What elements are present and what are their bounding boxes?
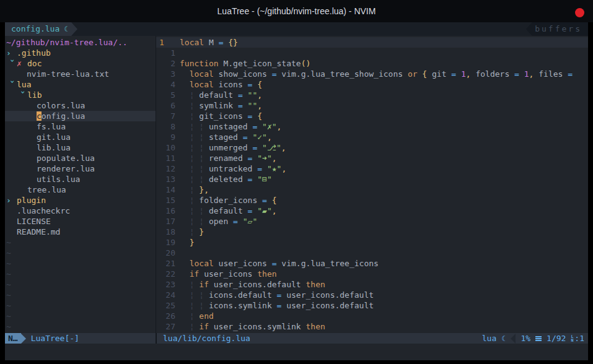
code-line[interactable]: 19 }	[156, 237, 588, 248]
chevron-down-icon[interactable]: ›	[7, 58, 18, 69]
code-line[interactable]: 17 ¦ ¦ open = "▱"	[156, 216, 588, 227]
tree-item-plugin[interactable]: ›plugin	[5, 195, 156, 206]
code-line[interactable]: 1local M = {}	[156, 37, 588, 48]
chevron-right-icon[interactable]: ›	[6, 195, 17, 206]
lua-logo-icon: ☾	[501, 334, 506, 343]
code-line[interactable]: 11 ¦ ¦ renamed = "➜",	[156, 153, 588, 163]
tree-item-lib-lua[interactable]: lib.lua	[5, 142, 156, 153]
code-line[interactable]: 23 ¦ if user_icons.default then	[156, 279, 588, 290]
code-line[interactable]: 16 ¦ ¦ default = "▰",	[156, 206, 588, 216]
buffers-tab[interactable]: buffers	[532, 22, 588, 36]
line-number: 9	[156, 132, 175, 142]
code-line[interactable]: 7 ¦ git_icons = {	[156, 111, 588, 121]
code-line[interactable]: 8 ¦ ¦ unstaged = "✗",	[156, 121, 588, 132]
code-text: ¦ ¦ open = "▱"	[175, 216, 257, 227]
tree-item-readme-md[interactable]: README.md	[5, 227, 156, 237]
tree-item-lua[interactable]: ›lua	[5, 79, 156, 90]
tree-item-label: lua	[17, 80, 31, 89]
tab-arrow-icon	[71, 22, 77, 36]
tree-item-utils-lua[interactable]: utils.lua	[5, 174, 156, 184]
tree-item-label: .github	[17, 48, 51, 58]
code-line[interactable]: 10 ¦ ¦ unmerged = "⎇",	[156, 142, 588, 153]
code-line[interactable]: 21 local user_icons = vim.g.lua_tree_ico…	[156, 258, 588, 269]
tabline: config.lua ☾ buffers	[5, 22, 588, 36]
line-number: 26	[156, 311, 175, 321]
code-line[interactable]: 14 ¦ },	[156, 184, 588, 195]
code-line[interactable]: 5 ¦ default = "",	[156, 90, 588, 100]
code-line[interactable]: 3 local show_icons = vim.g.lua_tree_show…	[156, 69, 588, 79]
cursor: c	[37, 111, 42, 121]
tree-item-renderer-lua[interactable]: renderer.lua	[5, 163, 156, 174]
nvim-app: config.lua ☾ buffers ~/github/nvim-tree.…	[5, 22, 588, 360]
code-line[interactable]: 1	[156, 48, 588, 58]
tab-config-lua[interactable]: config.lua ☾	[5, 22, 71, 36]
code-line[interactable]: 22 if user_icons then	[156, 269, 588, 279]
tree-item-git-lua[interactable]: git.lua	[5, 132, 156, 142]
code-text: ¦ git_icons = {	[175, 111, 262, 121]
buffers-arrow-icon	[526, 22, 532, 36]
tree-item-fs-lua[interactable]: fs.lua	[5, 121, 156, 132]
statusline-file-path: lua/lib/config.lua	[163, 334, 250, 343]
code-line[interactable]: 12 ¦ ¦ untracked = "★",	[156, 163, 588, 174]
statusline-right-group: lua ☾ 1% 1/92 L N :1	[482, 334, 588, 344]
code-line[interactable]: 26 ¦ end	[156, 311, 588, 321]
git-unstaged-icon: ✗	[17, 58, 27, 69]
code-text: ¦ if user_icons.default then	[175, 279, 325, 290]
code-line[interactable]: 24 ¦ ¦ icons.default = user_icons.defaul…	[156, 290, 588, 300]
line-number: 17	[156, 216, 175, 227]
tilde-marker: ~	[6, 311, 11, 321]
line-number: 27	[156, 321, 175, 332]
tree-item-label: colors.lua	[37, 101, 85, 110]
code-text: ¦ if user_icons.symlink then	[175, 321, 325, 332]
tree-item-doc[interactable]: ›✗doc	[5, 58, 156, 69]
line-number: 15	[156, 195, 175, 206]
code-line[interactable]: 18 ¦ }	[156, 227, 588, 237]
chevron-down-icon[interactable]: ›	[18, 90, 29, 100]
tree-item-colors-lua[interactable]: colors.lua	[5, 100, 156, 111]
tree-item-config-lua[interactable]: config.lua	[5, 111, 156, 121]
tree-item-label: fs.lua	[37, 122, 66, 131]
empty-line: ~	[5, 237, 156, 248]
code-text: if user_icons then	[175, 269, 277, 279]
code-text: ¦ }	[175, 227, 204, 237]
code-line[interactable]: 9 ¦ ¦ staged = "✓",	[156, 132, 588, 142]
code-line[interactable]: 20	[156, 248, 588, 258]
empty-line: ~	[5, 248, 156, 258]
code-text: ¦ ¦ unstaged = "✗",	[175, 121, 281, 132]
code-text: local user_icons = vim.g.lua_tree_icons	[175, 258, 379, 269]
tree-item-label: tree.lua	[27, 185, 66, 194]
line-number: 4	[156, 79, 175, 90]
command-line[interactable]	[5, 344, 588, 360]
tree-item-label: doc	[27, 59, 42, 68]
line-number: 21	[156, 258, 175, 269]
code-line[interactable]: 2function M.get_icon_state()	[156, 58, 588, 69]
chevron-down-icon[interactable]: ›	[7, 79, 18, 90]
code-line[interactable]: 27 ¦ if user_icons.symlink then	[156, 321, 588, 332]
tree-item-github[interactable]: ›.github	[5, 48, 156, 58]
code-line[interactable]: 13 ¦ ¦ deleted = "⊟"	[156, 174, 588, 184]
tree-item-label: .luacheckrc	[17, 206, 70, 215]
tilde-marker: ~	[6, 301, 11, 310]
chevron-right-icon[interactable]: ›	[6, 48, 17, 58]
tilde-marker: ~	[6, 290, 11, 300]
tree-item-luacheckrc[interactable]: .luacheckrc	[5, 206, 156, 216]
line-number: 5	[156, 90, 175, 100]
code-line[interactable]: 15 ¦ folder_icons = {	[156, 195, 588, 206]
tree-item-populate-lua[interactable]: populate.lua	[5, 153, 156, 163]
tree-item-label: populate.lua	[37, 154, 95, 163]
buffers-group: buffers	[526, 22, 588, 36]
code-line[interactable]: 6 ¦ symlink = "",	[156, 100, 588, 111]
statusline-file-segment: lua/lib/config.lua lua ☾ 1% 1/92 L N :1	[157, 333, 588, 344]
code-line[interactable]: 4 local icons = {	[156, 79, 588, 90]
tree-item-label: utils.lua	[37, 175, 80, 184]
tree-item-lib[interactable]: ›lib	[5, 90, 156, 100]
close-button[interactable]	[575, 8, 584, 17]
tree-item-tree-lua[interactable]: tree.lua	[5, 184, 156, 195]
tree-item-nvim-tree-lua-txt[interactable]: nvim-tree-lua.txt	[5, 69, 156, 79]
line-number: 22	[156, 269, 175, 279]
code-line[interactable]: 25 ¦ ¦ icons.symlink = user_icons.defaul…	[156, 300, 588, 311]
line-number: 7	[156, 111, 175, 121]
code-text: ¦ ¦ staged = "✓",	[175, 132, 272, 142]
tree-item-license[interactable]: LICENSE	[5, 216, 156, 227]
code-text: ¦ ¦ renamed = "➜",	[175, 153, 277, 163]
